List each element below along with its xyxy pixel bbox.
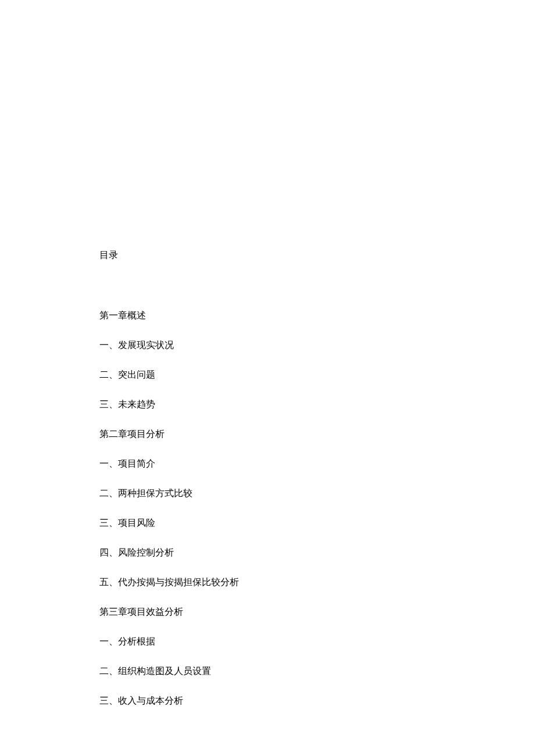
toc-line: 二、突出问题 [99, 368, 535, 382]
toc-line: 二、组织构造图及人员设置 [99, 664, 535, 678]
toc-line: 一、分析根据 [99, 635, 535, 648]
toc-title: 目录 [99, 248, 535, 262]
toc-line: 三、项目风险 [99, 516, 535, 530]
toc-line: 第一章概述 [99, 309, 535, 323]
toc-line: 三、未来趋势 [99, 397, 535, 411]
toc-line: 四、风险控制分析 [99, 546, 535, 560]
toc-line: 一、项目简介 [99, 457, 535, 471]
document-page: 目录 第一章概述 一、发展现实状况 二、突出问题 三、未来趋势 第二章项目分析 … [0, 0, 535, 708]
toc-line: 三、收入与成本分析 [99, 694, 535, 708]
toc-line: 二、两种担保方式比较 [99, 486, 535, 500]
toc-line: 第三章项目效益分析 [99, 605, 535, 619]
toc-line: 第二章项目分析 [99, 427, 535, 441]
toc-line: 一、发展现实状况 [99, 338, 535, 352]
toc-line: 五、代办按揭与按揭担保比较分析 [99, 575, 535, 589]
